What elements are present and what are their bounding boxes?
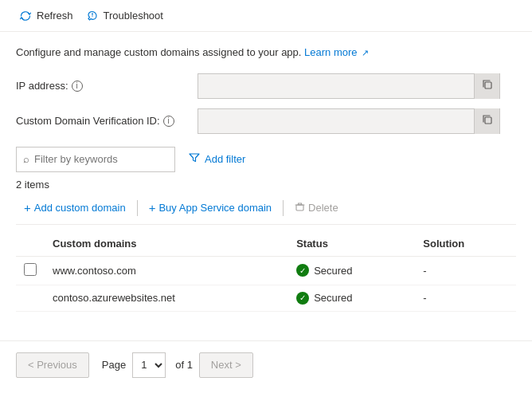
description-text: Configure and manage custom domains assi… bbox=[16, 45, 516, 61]
col-header-solution: Solution bbox=[415, 231, 516, 257]
content-area: Configure and manage custom domains assi… bbox=[0, 32, 532, 324]
filter-input-wrap: ⌕ bbox=[16, 147, 175, 172]
domain-table: Custom domains Status Solution www.conto… bbox=[16, 231, 516, 312]
troubleshoot-icon bbox=[86, 10, 99, 22]
row-status: ✓Secured bbox=[288, 256, 415, 285]
secured-icon: ✓ bbox=[296, 292, 309, 305]
delete-button[interactable]: Delete bbox=[287, 199, 346, 218]
buy-app-service-domain-button[interactable]: + Buy App Service domain bbox=[141, 199, 280, 217]
table-header-row: Custom domains Status Solution bbox=[16, 231, 516, 257]
row-status: ✓Secured bbox=[288, 285, 415, 311]
svg-rect-4 bbox=[296, 205, 303, 210]
table-row: contoso.azurewebsites.net✓Secured- bbox=[16, 285, 516, 311]
previous-button[interactable]: < Previous bbox=[16, 352, 89, 378]
previous-label: < Previous bbox=[28, 359, 77, 371]
status-badge: ✓Secured bbox=[296, 292, 407, 305]
verification-id-copy-button[interactable] bbox=[474, 108, 499, 134]
verification-id-input-wrap bbox=[198, 108, 500, 134]
col-header-checkbox bbox=[16, 231, 45, 257]
add-custom-domain-button[interactable]: + Add custom domain bbox=[16, 199, 134, 217]
row-checkbox-cell bbox=[16, 256, 45, 285]
svg-rect-2 bbox=[485, 82, 491, 88]
add-custom-domain-label: Add custom domain bbox=[34, 202, 126, 214]
row-checkbox[interactable] bbox=[24, 263, 37, 276]
ip-address-copy-button[interactable] bbox=[474, 73, 499, 99]
verification-id-row: Custom Domain Verification ID: i bbox=[16, 108, 516, 134]
ip-address-input-wrap bbox=[198, 73, 500, 99]
action-bar: + Add custom domain + Buy App Service do… bbox=[16, 199, 516, 225]
learn-more-link[interactable]: Learn more ↗ bbox=[304, 46, 369, 58]
filter-input[interactable] bbox=[34, 153, 168, 165]
row-domain: contoso.azurewebsites.net bbox=[45, 285, 288, 311]
buy-app-service-domain-label: Buy App Service domain bbox=[158, 202, 272, 214]
svg-point-1 bbox=[92, 15, 92, 16]
troubleshoot-button[interactable]: Troubleshoot bbox=[80, 6, 170, 26]
ip-address-input[interactable] bbox=[198, 80, 474, 92]
ip-address-info-icon[interactable]: i bbox=[72, 81, 83, 92]
add-filter-button[interactable]: Add filter bbox=[182, 147, 252, 172]
verification-id-info-icon[interactable]: i bbox=[163, 116, 174, 127]
pagination: < Previous Page 1 of 1 Next > bbox=[0, 340, 532, 389]
page-select[interactable]: 1 bbox=[132, 352, 166, 378]
filter-row: ⌕ Add filter bbox=[16, 147, 516, 172]
filter-icon bbox=[189, 152, 200, 166]
add-filter-label: Add filter bbox=[205, 153, 245, 165]
copy-icon bbox=[482, 79, 493, 92]
status-text: Secured bbox=[314, 265, 352, 277]
action-divider-2 bbox=[283, 200, 284, 216]
filter-search-icon: ⌕ bbox=[23, 153, 29, 165]
page-of-label: of 1 bbox=[175, 359, 193, 371]
delete-label: Delete bbox=[308, 202, 338, 214]
col-header-custom-domains: Custom domains bbox=[45, 231, 288, 257]
buy-domain-icon: + bbox=[149, 202, 156, 214]
refresh-icon bbox=[19, 10, 32, 22]
delete-icon bbox=[295, 202, 305, 214]
troubleshoot-label: Troubleshoot bbox=[104, 10, 163, 22]
col-header-status: Status bbox=[288, 231, 415, 257]
row-domain: www.contoso.com bbox=[45, 256, 288, 285]
refresh-label: Refresh bbox=[37, 10, 73, 22]
toolbar: Refresh Troubleshoot bbox=[0, 0, 532, 32]
ip-address-row: IP address: i bbox=[16, 73, 516, 99]
action-divider-1 bbox=[137, 200, 138, 216]
verification-id-label: Custom Domain Verification ID: i bbox=[16, 115, 191, 127]
row-solution: - bbox=[415, 256, 516, 285]
items-count: 2 items bbox=[16, 179, 516, 191]
copy-icon-2 bbox=[482, 114, 493, 128]
status-text: Secured bbox=[314, 292, 352, 304]
ip-address-label: IP address: i bbox=[16, 80, 191, 92]
add-custom-domain-icon: + bbox=[24, 202, 31, 214]
next-button[interactable]: Next > bbox=[199, 352, 253, 378]
table-row: www.contoso.com✓Secured- bbox=[16, 256, 516, 285]
row-solution: - bbox=[415, 285, 516, 311]
external-link-icon: ↗ bbox=[362, 48, 369, 57]
status-badge: ✓Secured bbox=[296, 264, 407, 277]
page-label: Page bbox=[102, 359, 126, 371]
secured-icon: ✓ bbox=[296, 264, 309, 277]
svg-rect-3 bbox=[485, 117, 491, 124]
refresh-button[interactable]: Refresh bbox=[13, 6, 80, 26]
next-label: Next > bbox=[211, 359, 241, 371]
row-checkbox-cell bbox=[16, 285, 45, 311]
verification-id-input[interactable] bbox=[198, 115, 474, 127]
